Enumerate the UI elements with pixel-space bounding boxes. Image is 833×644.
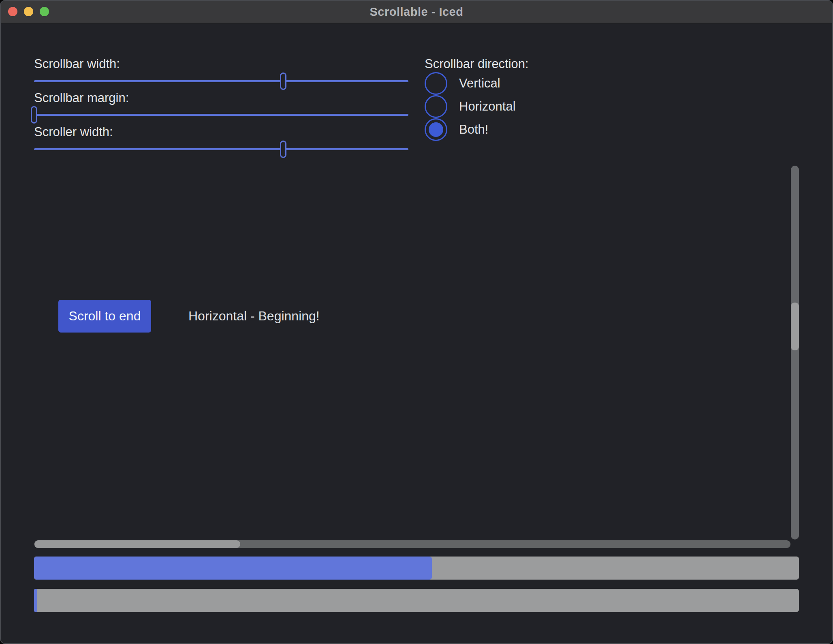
zoom-window-button[interactable] [40, 7, 49, 16]
screen: Scrollable - Iced Scrollbar width: Scrol… [0, 0, 833, 644]
scrollbar-margin-label: Scrollbar margin: [34, 91, 129, 105]
radio-vertical[interactable] [425, 72, 447, 95]
app-window: Scrollable - Iced Scrollbar width: Scrol… [0, 0, 833, 644]
scrollbar-width-slider[interactable] [34, 80, 408, 82]
radio-both-label[interactable]: Both! [459, 122, 488, 137]
scrollbar-direction-label: Scrollbar direction: [425, 57, 529, 71]
radio-horizontal-label[interactable]: Horizontal [459, 99, 516, 114]
scroller-width-label: Scroller width: [34, 125, 113, 139]
progress-bar-y-fill [34, 589, 37, 612]
radio-both[interactable] [425, 118, 447, 141]
scroll-status-text: Horizontal - Beginning! [188, 309, 320, 324]
scroll-to-end-button[interactable]: Scroll to end [58, 300, 151, 333]
progress-bar-x-fill [34, 557, 432, 580]
slider-handle[interactable] [280, 73, 286, 90]
horizontal-scrollbar-thumb[interactable] [34, 540, 240, 548]
scrollbar-width-label: Scrollbar width: [34, 57, 120, 71]
slider-handle[interactable] [31, 106, 37, 124]
titlebar[interactable]: Scrollable - Iced [1, 1, 832, 23]
vertical-scrollbar-track[interactable] [791, 166, 799, 540]
progress-bar-x [34, 557, 799, 580]
radio-horizontal[interactable] [425, 95, 447, 118]
scrollbar-margin-slider[interactable] [34, 114, 408, 116]
window-title: Scrollable - Iced [1, 1, 832, 23]
scroller-width-slider[interactable] [34, 148, 408, 150]
progress-bar-y [34, 589, 799, 612]
radio-vertical-label[interactable]: Vertical [459, 76, 500, 91]
vertical-scrollbar-thumb[interactable] [791, 303, 799, 350]
minimize-window-button[interactable] [24, 7, 33, 16]
close-window-button[interactable] [8, 7, 17, 16]
slider-handle[interactable] [280, 141, 286, 158]
